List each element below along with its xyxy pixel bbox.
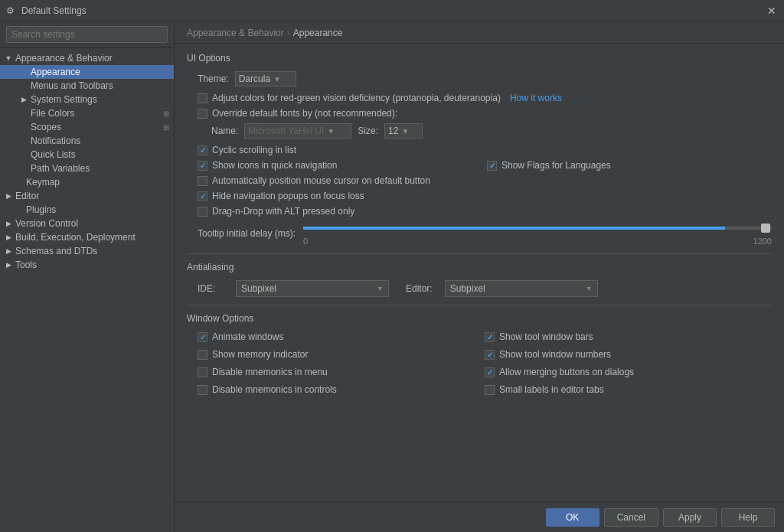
sidebar: Appearance & Behavior Appearance Menus a… [0,21,175,532]
ide-aa-dropdown[interactable]: Subpixel ▼ [236,280,389,297]
font-size-value: 12 [388,126,398,136]
sidebar-item-label: System Settings [31,94,97,105]
sidebar-item-schemas-dtds[interactable]: Schemas and DTDs [0,244,174,258]
right-icons: ⊞ [162,109,171,118]
show-tool-numbers-item: Show tool window numbers [485,349,772,360]
auto-position-checkbox[interactable] [198,176,207,186]
show-tool-numbers-checkbox[interactable] [485,350,495,360]
small-labels-item: Small labels in editor tabs [485,384,772,395]
show-icons-label: Show icons in quick navigation [212,160,337,171]
window-options-title: Window Options [187,313,772,324]
search-input[interactable] [6,26,168,43]
chevron-down-icon: ▼ [401,127,409,135]
tree-arrow-icon [3,218,14,229]
breadcrumb-parent: Appearance & Behavior [187,28,284,38]
help-button[interactable]: Help [721,508,775,527]
cyclic-scrolling-checkbox[interactable] [198,145,207,155]
disable-mnemonics-controls-checkbox[interactable] [198,385,207,395]
drag-ndrop-label: Drag-n-Drop with ALT pressed only [212,206,354,217]
tree-arrow-icon [3,191,14,201]
chevron-down-icon: ▼ [327,127,335,135]
sidebar-item-label: Plugins [26,204,56,215]
sidebar-item-appearance-behavior[interactable]: Appearance & Behavior [0,51,174,65]
slider-thumb[interactable] [761,224,770,233]
sidebar-item-path-variables[interactable]: Path Variables [0,162,174,175]
sidebar-item-file-colors[interactable]: File Colors ⊞ [0,106,174,120]
override-fonts-label: Override default fonts by (not recommend… [212,108,397,119]
how-it-works-link[interactable]: How it works [510,93,562,103]
sidebar-item-label: Appearance & Behavior [15,53,113,64]
ok-button[interactable]: OK [546,508,599,527]
sidebar-item-menus-toolbars[interactable]: Menus and Toolbars [0,79,174,93]
apply-button[interactable]: Apply [663,508,717,527]
disable-mnemonics-controls-label: Disable mnemonics in controls [212,384,337,395]
adjust-colors-checkbox[interactable] [198,93,207,103]
editor-aa-label: Editor: [406,283,433,294]
editor-aa-value: Subpixel [450,283,485,294]
breadcrumb-separator: › [287,28,290,38]
slider-background [303,227,772,230]
animate-windows-label: Animate windows [212,331,283,342]
right-icons: ⊞ [162,122,171,132]
sidebar-item-plugins[interactable]: Plugins [0,203,174,217]
theme-row: Theme: Darcula ▼ [187,71,772,86]
hide-nav-popups-checkbox[interactable] [198,191,207,201]
tooltip-label: Tooltip initial delay (ms): [198,228,296,239]
sidebar-item-editor[interactable]: Editor [0,189,174,203]
font-name-dropdown[interactable]: Microsoft YaHei UI ▼ [244,123,351,139]
sidebar-item-label: File Colors [31,108,74,119]
show-tool-bars-item: Show tool window bars [485,331,772,342]
sidebar-item-label: Build, Execution, Deployment [15,232,136,243]
theme-dropdown[interactable]: Darcula ▼ [235,71,296,86]
close-button[interactable]: ✕ [766,5,778,17]
ide-aa-label: IDE: [198,283,228,294]
sidebar-item-scopes[interactable]: Scopes ⊞ [0,120,174,134]
font-size-dropdown[interactable]: 12 ▼ [384,123,423,139]
small-labels-label: Small labels in editor tabs [499,384,604,395]
slider-fill [303,227,725,230]
show-flags-checkbox[interactable] [487,161,497,171]
animate-windows-checkbox[interactable] [198,332,207,342]
section-divider-2 [187,305,772,305]
sidebar-item-tools[interactable]: Tools [0,258,174,272]
show-icons-flags-row: Show icons in quick navigation Show Flag… [187,160,772,171]
tooltip-slider-row: Tooltip initial delay (ms): 0 1200 [187,221,772,246]
sidebar-item-build-execution[interactable]: Build, Execution, Deployment [0,230,174,244]
sidebar-item-label: Appearance [31,67,80,77]
sidebar-item-system-settings[interactable]: System Settings [0,93,174,106]
show-tool-bars-label: Show tool window bars [499,331,593,342]
font-name-value: Microsoft YaHei UI [248,126,324,136]
show-tool-bars-checkbox[interactable] [485,332,495,342]
allow-merging-item: Allow merging buttons on dialogs [485,367,772,377]
show-memory-checkbox[interactable] [198,350,207,360]
allow-merging-checkbox[interactable] [485,367,495,377]
override-fonts-row: Override default fonts by (not recommend… [187,108,772,119]
settings-panel: UI Options Theme: Darcula ▼ Adjust color… [175,44,784,501]
tree-arrow-icon [18,94,29,105]
slider-labels: 0 1200 [303,237,772,246]
tooltip-slider-container: 0 1200 [303,221,772,246]
disable-mnemonics-menu-checkbox[interactable] [198,367,207,377]
sidebar-item-appearance[interactable]: Appearance [0,65,174,79]
section-divider [187,253,772,254]
editor-aa-dropdown[interactable]: Subpixel ▼ [445,280,598,297]
cyclic-scrolling-row: Cyclic scrolling in list [187,145,772,155]
slider-track[interactable] [303,221,772,235]
override-fonts-checkbox[interactable] [198,109,207,119]
sidebar-item-notifications[interactable]: Notifications [0,134,174,148]
show-icons-checkbox[interactable] [198,161,207,171]
bottom-bar: OK Cancel Apply Help [175,501,784,532]
ide-antialiasing-row: IDE: Subpixel ▼ Editor: Subpixel ▼ [187,280,772,297]
theme-value: Darcula [239,73,270,84]
cancel-button[interactable]: Cancel [604,508,658,527]
sidebar-item-label: Editor [15,191,39,201]
sidebar-item-keymap[interactable]: Keymap [0,175,174,189]
chevron-down-icon: ▼ [377,285,384,292]
sidebar-item-quick-lists[interactable]: Quick Lists [0,148,174,162]
small-labels-checkbox[interactable] [485,385,495,395]
slider-max-label: 1200 [753,237,772,246]
slider-min-label: 0 [303,237,308,246]
sidebar-item-label: Schemas and DTDs [15,246,97,256]
drag-ndrop-checkbox[interactable] [198,207,207,217]
sidebar-item-version-control[interactable]: Version Control [0,217,174,230]
